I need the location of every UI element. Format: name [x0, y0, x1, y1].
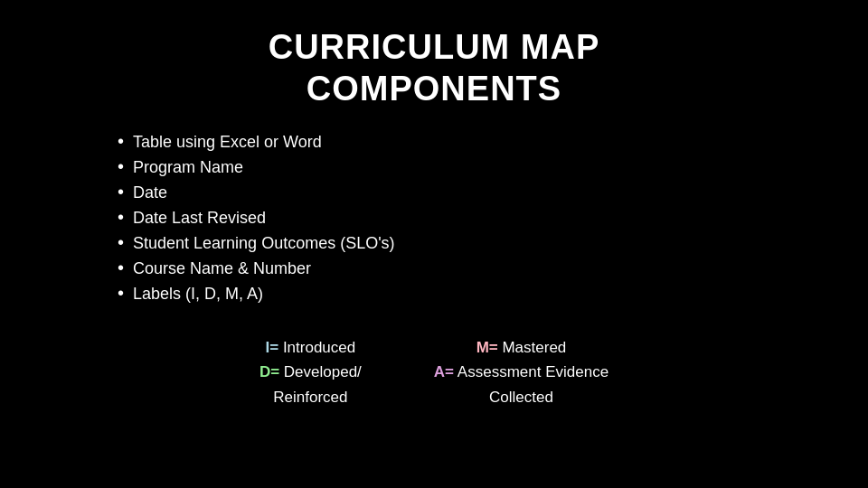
- list-item: Student Learning Outcomes (SLO's): [118, 232, 750, 253]
- bullet-text: Program Name: [133, 158, 243, 177]
- legend-i-text: Introduced: [278, 339, 355, 356]
- bullet-text: Date: [133, 183, 167, 202]
- list-item: Labels (I, D, M, A): [118, 283, 750, 304]
- bullet-text: Student Learning Outcomes (SLO's): [133, 234, 395, 253]
- legend-left: I= Introduced D= Developed/ Reinforced: [259, 335, 362, 409]
- legend-a-label: A=: [434, 363, 454, 380]
- bullet-text: Date Last Revised: [133, 209, 266, 228]
- list-item: Date: [118, 182, 750, 202]
- legend-m-label: M=: [476, 339, 498, 356]
- legend-a-text: Assessment Evidence: [454, 363, 609, 380]
- legend-d-label: D=: [259, 363, 279, 380]
- bullet-text: Course Name & Number: [133, 259, 311, 278]
- list-item: Date Last Revised: [118, 207, 750, 228]
- title-line2: COMPONENTS: [307, 70, 561, 108]
- legend-right: M= Mastered A= Assessment Evidence Colle…: [434, 335, 609, 409]
- legend-m-text: Mastered: [498, 339, 567, 356]
- legend-a-text2: Collected: [489, 389, 553, 406]
- title-container: CURRICULUM MAP COMPONENTS: [269, 27, 600, 109]
- list-item: Course Name & Number: [118, 258, 750, 278]
- title-line1: CURRICULUM MAP: [269, 28, 600, 66]
- bullet-list: Table using Excel or Word Program Name D…: [118, 131, 750, 308]
- bullet-text: Labels (I, D, M, A): [133, 285, 263, 304]
- list-item: Table using Excel or Word: [118, 131, 750, 152]
- legend-d-text2: Reinforced: [273, 389, 347, 406]
- bullet-text: Table using Excel or Word: [133, 133, 322, 152]
- legend-d-text: Developed/: [279, 363, 362, 380]
- labels-row: I= Introduced D= Developed/ Reinforced M…: [118, 335, 750, 409]
- legend-i-label: I=: [266, 339, 279, 356]
- main-title: CURRICULUM MAP COMPONENTS: [269, 27, 600, 109]
- list-item: Program Name: [118, 156, 750, 177]
